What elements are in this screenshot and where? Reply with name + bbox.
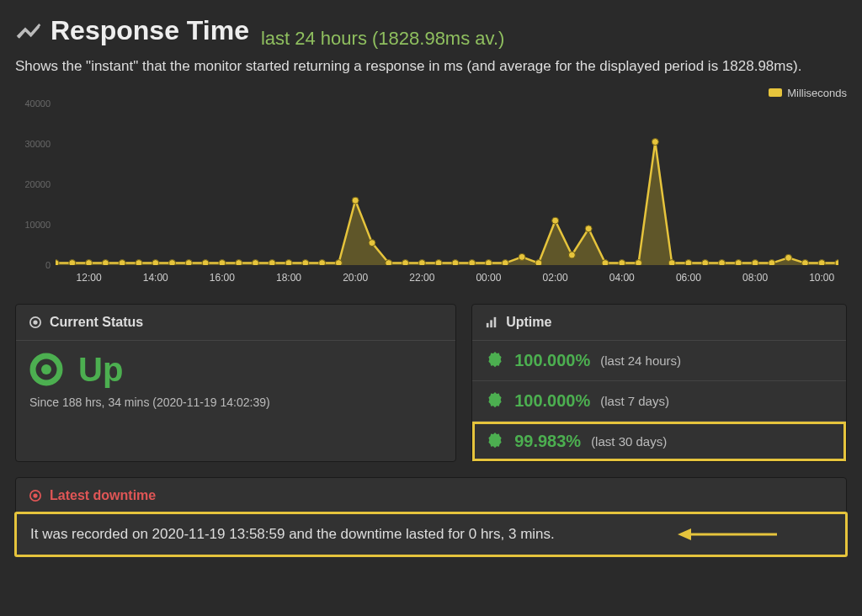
svg-point-6 [152,259,159,264]
status-up-icon [29,353,63,386]
uptime-rows: 100.000% (last 24 hours) 100.000% (last … [472,341,846,461]
svg-point-2 [86,259,93,264]
page-title: Response Time [51,15,249,46]
chart-y-axis: 010000200003000040000 [15,104,54,265]
uptime-title: Uptime [506,315,551,330]
svg-point-8 [185,259,192,264]
status-badge-icon [486,432,504,450]
x-tick: 16:00 [210,272,235,284]
annotation-arrow-icon [678,524,779,544]
x-tick: 22:00 [409,272,434,284]
uptime-panel: Uptime 100.000% (last 24 hours) 100.000%… [471,304,847,462]
uptime-row: 100.000% (last 24 hours) [472,341,846,380]
svg-point-0 [56,259,59,264]
chart-legend: Milliseconds [769,87,847,99]
status-badge-icon [486,391,504,410]
uptime-period: (last 24 hours) [600,353,681,368]
y-tick: 30000 [24,139,51,149]
svg-point-11 [236,259,242,264]
uptime-row: 100.000% (last 7 days) [472,380,846,421]
svg-rect-54 [494,316,497,327]
latest-downtime-title: Latest downtime [50,488,156,503]
svg-point-30 [552,217,559,224]
record-down-icon [29,490,41,502]
svg-point-38 [685,259,692,264]
x-tick: 00:00 [476,272,501,284]
legend-label: Milliseconds [787,87,847,99]
latest-downtime-header: Latest downtime [16,478,846,513]
svg-point-20 [386,259,392,264]
svg-point-33 [602,259,609,264]
status-indicator: Up [29,351,442,389]
x-tick: 02:00 [543,272,568,284]
svg-point-21 [402,259,409,264]
svg-point-13 [269,259,275,264]
svg-point-41 [735,259,742,264]
svg-point-32 [585,225,592,231]
svg-point-16 [319,259,326,264]
page-subtitle: last 24 hours (1828.98ms av.) [261,28,504,50]
status-badge-icon [486,351,504,369]
svg-point-40 [718,259,725,264]
response-time-chart: Milliseconds 010000200003000040000 12:00… [15,87,847,289]
record-icon [29,316,41,328]
chart-x-axis: 12:0014:0016:0018:0020:0022:0000:0002:00… [56,268,838,289]
svg-point-39 [702,259,709,264]
svg-point-56 [33,493,37,497]
svg-point-17 [335,259,342,264]
x-tick: 12:00 [77,272,102,284]
x-tick: 18:00 [276,272,301,284]
svg-point-43 [769,259,775,264]
svg-rect-52 [487,322,489,327]
x-tick: 10:00 [809,272,834,284]
uptime-percent: 100.000% [514,391,590,411]
svg-point-24 [452,259,459,264]
svg-point-44 [785,254,792,261]
svg-rect-53 [490,320,492,327]
svg-point-27 [502,259,508,264]
status-text: Up [78,351,123,389]
chart-plot-area [56,104,838,265]
svg-point-37 [668,259,675,264]
latest-downtime-panel: Latest downtime It was recorded on 2020-… [15,477,847,556]
svg-point-18 [352,197,359,204]
y-tick: 20000 [24,179,51,189]
svg-point-14 [285,259,292,264]
current-status-title: Current Status [50,315,143,330]
svg-point-28 [519,253,525,260]
x-tick: 08:00 [742,272,768,284]
svg-point-15 [302,259,309,264]
svg-point-19 [369,239,375,246]
legend-swatch [769,88,782,97]
svg-point-7 [169,259,176,264]
uptime-percent: 100.000% [514,351,590,370]
svg-point-46 [818,259,825,264]
y-tick: 10000 [24,220,51,230]
svg-point-29 [535,259,542,264]
panels-row: Current Status Up Since 188 hrs, 34 mins… [15,304,847,462]
svg-point-45 [801,259,808,264]
svg-marker-58 [678,528,691,540]
current-status-panel: Current Status Up Since 188 hrs, 34 mins… [15,304,456,462]
svg-point-9 [202,259,209,264]
svg-point-42 [752,259,758,264]
y-tick: 40000 [24,98,51,109]
svg-point-49 [33,320,37,324]
page-header: Response Time last 24 hours (1828.98ms a… [15,15,847,50]
bars-icon [486,316,498,328]
x-tick: 04:00 [609,272,635,284]
svg-point-5 [136,259,142,264]
current-status-header: Current Status [16,305,455,341]
svg-point-25 [469,259,476,264]
svg-point-51 [41,364,51,374]
uptime-header: Uptime [472,305,846,341]
svg-point-26 [485,259,492,264]
uptime-row: 99.983% (last 30 days) [472,421,846,461]
svg-point-35 [636,259,642,264]
svg-point-22 [418,259,425,264]
uptime-period: (last 7 days) [600,394,669,408]
svg-point-23 [435,259,442,264]
page-description: Shows the "instant" that the monitor sta… [15,58,847,75]
x-tick: 06:00 [676,272,701,284]
uptime-percent: 99.983% [514,432,581,451]
